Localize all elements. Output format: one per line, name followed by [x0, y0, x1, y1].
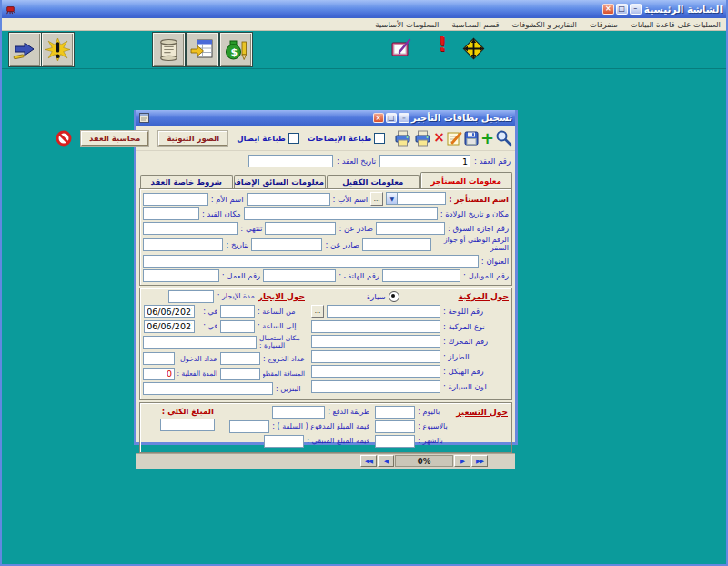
national-id-input[interactable]: [362, 238, 431, 251]
maximize-button[interactable]: □: [616, 4, 628, 15]
tab-extra-driver-info[interactable]: معلومات السائق الإضافي: [234, 175, 327, 188]
close-button[interactable]: ×: [602, 4, 614, 15]
table-export-button[interactable]: [187, 33, 218, 66]
total-amount-input[interactable]: [160, 419, 215, 431]
license-issuer-input[interactable]: [265, 222, 336, 235]
report-button[interactable]: [153, 33, 185, 66]
mobile-input[interactable]: [382, 269, 460, 282]
contract-accounting-button[interactable]: محاسبة العقد: [81, 131, 148, 146]
print-receipt-option: طباعة ايصال: [237, 133, 299, 144]
search-button[interactable]: [495, 128, 512, 147]
plate-number-input[interactable]: [327, 305, 440, 318]
menu-item-basic-info[interactable]: المعلومات الأساسية: [375, 20, 439, 29]
fuel-label: البنزين :: [276, 385, 305, 393]
tenant-name-browse-button[interactable]: ...: [370, 192, 383, 206]
model-input[interactable]: [311, 350, 440, 363]
id-issuer-label: صادر عن :: [325, 240, 359, 249]
paid-amount-input[interactable]: [229, 420, 269, 433]
nav-first-button[interactable]: ◀◀: [360, 455, 377, 467]
add-button[interactable]: +: [480, 128, 494, 147]
car-color-input[interactable]: [311, 380, 440, 393]
plate-browse-button[interactable]: ...: [311, 305, 324, 318]
photos-button[interactable]: الصور الثبوتية: [158, 131, 228, 146]
dialog-maximize-button[interactable]: □: [386, 113, 397, 123]
usage-place-input[interactable]: [143, 336, 257, 349]
per-week-input[interactable]: [375, 420, 415, 433]
menu-item-misc[interactable]: متفرقات: [590, 20, 618, 29]
print-receipt-checkbox[interactable]: [288, 133, 299, 144]
vehicle-header-row: حول المركبة سيارة: [311, 290, 509, 303]
phone-input[interactable]: [263, 269, 336, 282]
print-button[interactable]: [413, 128, 432, 147]
fuel-input[interactable]: [143, 382, 273, 395]
vehicle-type-input[interactable]: [311, 320, 440, 333]
minimize-button[interactable]: –: [630, 4, 642, 15]
nav-previous-button[interactable]: ◀: [378, 455, 394, 467]
rental-duration-input[interactable]: [168, 290, 214, 303]
tab-tenant-info[interactable]: معلومات المستأجر: [420, 172, 513, 188]
from-hour-input[interactable]: [220, 305, 255, 318]
print-preview-button[interactable]: [393, 128, 412, 147]
to-date-input[interactable]: [144, 320, 195, 333]
dialog-minimize-button[interactable]: –: [399, 113, 410, 123]
save-button[interactable]: [463, 128, 480, 147]
work-phone-input[interactable]: [143, 269, 219, 282]
finance-button[interactable]: $: [220, 33, 252, 66]
mother-name-input[interactable]: [143, 193, 208, 206]
actual-duration-input[interactable]: [143, 368, 175, 380]
edit-button[interactable]: [446, 128, 462, 147]
chassis-number-input[interactable]: [311, 365, 440, 378]
tab-strip: معلومات المستأجر معلومات الكفيل معلومات …: [136, 172, 515, 188]
nav-last-button[interactable]: ▶▶: [471, 455, 488, 467]
per-day-row: باليوم :: [375, 406, 450, 419]
tab-guarantor-info[interactable]: معلومات الكفيل: [327, 175, 420, 188]
from-date-input[interactable]: [144, 305, 195, 318]
print-notes-checkbox[interactable]: [374, 133, 385, 144]
cancel-button[interactable]: [56, 128, 72, 147]
tenant-name-combo[interactable]: ▼: [386, 192, 446, 206]
address-input[interactable]: [143, 255, 479, 268]
delete-button[interactable]: ×: [433, 128, 445, 147]
contract-number-input[interactable]: [379, 155, 470, 167]
per-week-row: بالاسبوع :: [375, 420, 450, 433]
odometer-out-input[interactable]: [220, 352, 260, 365]
birth-place-input[interactable]: [244, 207, 438, 220]
tenant-name-input[interactable]: [398, 192, 446, 205]
move-icon[interactable]: [462, 37, 485, 60]
print-notes-option: طباعة الإيضاحات: [308, 133, 385, 144]
menu-item-database-ops[interactable]: العمليات على قاعدة البيانات: [631, 20, 721, 29]
to-hour-input[interactable]: [220, 320, 255, 333]
important-button[interactable]: [42, 33, 74, 66]
birth-place-label: مكان و تاريخ الولادة :: [440, 209, 509, 218]
odometer-in-input[interactable]: [143, 352, 175, 365]
id-issuer-input[interactable]: [251, 238, 322, 251]
contract-date-input[interactable]: [248, 155, 333, 167]
record-navigator: ◀◀ ◀ 0% ▶ ▶▶: [136, 453, 515, 469]
nav-next-button[interactable]: ▶: [454, 455, 470, 467]
menu-item-accounting[interactable]: قسم المحاسبة: [451, 20, 499, 29]
id-issue-date-input[interactable]: [143, 238, 223, 251]
dialog-close-button[interactable]: ×: [373, 113, 384, 123]
distance-input[interactable]: [220, 368, 260, 380]
remaining-amount-input[interactable]: [264, 435, 304, 448]
chevron-down-icon[interactable]: ▼: [386, 192, 398, 205]
car-radio[interactable]: [389, 291, 399, 302]
license-expiry-input[interactable]: [143, 222, 238, 235]
vehicle-type-row: نوع المركبة :: [311, 320, 509, 333]
father-name-input[interactable]: [247, 193, 330, 206]
search-icon: [495, 129, 512, 147]
record-position-indicator: 0%: [395, 455, 453, 467]
exit-button[interactable]: [9, 33, 41, 66]
payment-method-input[interactable]: [272, 406, 325, 419]
alert-icon[interactable]: !: [438, 35, 447, 55]
notebook-pen-icon[interactable]: [390, 37, 414, 59]
engine-number-input[interactable]: [311, 335, 440, 348]
car-radio-group: سيارة: [367, 291, 399, 302]
per-day-input[interactable]: [375, 406, 415, 419]
license-number-input[interactable]: [376, 222, 445, 235]
tab-special-ter[interactable]: شروط خاصة العقد: [140, 175, 233, 188]
tenant-name-label: اسم المستأجر :: [449, 195, 509, 204]
registry-place-input[interactable]: [143, 207, 199, 220]
per-month-input[interactable]: [375, 435, 415, 448]
menu-item-reports[interactable]: التقارير و الكشوفات: [512, 20, 577, 29]
